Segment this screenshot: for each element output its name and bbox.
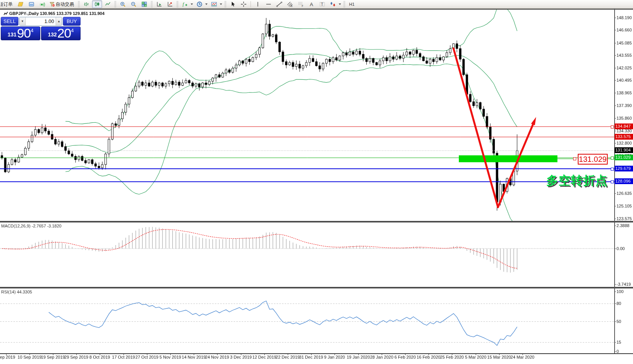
date-axis-label: 24 Mar 2020 [511,355,534,359]
price-tick [614,43,616,43]
indicator-axis-label: 100 [617,289,623,294]
buy-price-small: 132 [48,30,57,40]
date-axis-label: 5 Mar 2020 [465,355,486,359]
date-axis-label: 12 Dec 2019 [252,355,276,359]
price-tag-133.575: 133.575 [615,134,633,140]
date-axis-label: 6 Feb 2020 [394,355,416,359]
date-axis-label: 24 Nov 2019 [205,355,229,359]
time-axis-line [0,353,633,354]
indicator-tick [614,342,616,343]
date-axis-label: 5 Nov 2019 [160,355,181,359]
date-axis-label: 9 Jan 2020 [324,355,345,359]
price-tick [614,68,616,68]
indicator-axis-label: 0.00 [617,246,625,251]
sell-price-sup: 4 [31,28,33,33]
turning-point-text[interactable]: 多空转折点 [546,173,608,189]
sell-button[interactable]: SELL [1,17,18,26]
buy-button[interactable]: BUY [63,17,81,26]
volume-increase-button[interactable]: ▲ [56,17,62,25]
price-tick [614,193,616,194]
volume-decrease-button[interactable]: ▼ [20,17,26,25]
line-handle[interactable] [611,168,614,171]
indicator-axis-label: 80 [617,301,621,306]
price-tick [614,30,616,30]
price-axis-label: 123.575 [617,216,632,221]
date-axis-label: 31 Dec 2019 [299,355,323,359]
buy-price-panel[interactable]: 132 20 4 [41,26,81,40]
indicator-tick [614,226,616,226]
price-tag-129.679: 129.679 [615,166,633,171]
buy-price-big: 20 [57,26,71,40]
sell-price-small: 131 [8,30,16,40]
indicator-axis-label: 2.3888 [617,223,630,228]
price-tick [614,118,616,119]
main-macd-divider[interactable] [0,221,633,222]
chart-icon [4,12,8,15]
line-handle[interactable] [611,156,614,160]
indicator-tick [614,249,616,249]
date-axis-label: 19 Sep 2019 [41,355,65,359]
date-axis-label: Sep 2019 [0,355,15,359]
date-axis-label: 17 Oct 2019 [112,355,135,359]
line-handle[interactable] [611,180,614,183]
price-axis-label: 126.635 [617,191,632,196]
date-axis-label: 27 Oct 2019 [135,355,158,359]
indicator-tick [614,321,616,322]
indicator-tick [614,351,616,352]
date-axis-label: 3 Dec 2019 [230,355,252,359]
price-tick [614,80,616,81]
indicator-tick [614,303,616,304]
price-tick [614,143,616,143]
support-price-box[interactable]: 131.029 [578,154,608,165]
price-axis-label: 145.085 [617,41,632,45]
date-axis-label: 14 Nov 2019 [182,355,206,359]
rsi-label: RSI(14) 44.3305 [1,290,32,294]
price-axis-label: 148.190 [617,15,632,20]
date-axis-label: 28 Jan 2020 [370,355,394,359]
date-axis-label: 8 Oct 2019 [89,355,110,359]
one-click-trading-widget: SELL ▼ ▲ BUY 131 90 4 132 20 4 [1,17,81,40]
price-axis-label: 132.800 [617,141,632,145]
price-axis-label: 125.105 [617,204,632,208]
macd-rsi-divider[interactable] [0,287,633,288]
date-axis-label: 29 Sep 2019 [64,355,88,359]
indicator-axis-label: -3.7419 [617,282,631,287]
chart-canvas[interactable] [0,0,633,364]
price-axis-label: 146.660 [617,28,632,32]
price-tag-128.096: 128.096 [615,178,633,184]
price-axis-label: 138.965 [617,91,632,95]
date-axis-label: 22 Dec 2019 [276,355,300,359]
mt4-window: 新订单 自动交易 [0,0,633,364]
price-axis-label: 135.860 [617,116,632,120]
price-tick [614,105,616,106]
date-axis-label: 10 Sep 2019 [18,355,41,359]
volume-input[interactable] [26,17,56,25]
chart-title: GBPJPY-,Daily 130.965 133.379 129.851 13… [4,11,104,16]
date-axis-label: 16 Feb 2020 [417,355,440,359]
price-axis-label: 137.390 [617,103,632,108]
indicator-axis-label: 50 [617,319,621,324]
buy-price-sup: 4 [71,28,74,33]
line-handle[interactable] [611,125,614,128]
price-tick [614,93,616,93]
indicator-axis-label: 0 [617,349,619,354]
price-tag-134.847: 134.847 [615,124,633,129]
price-tick [614,219,616,219]
price-axis-label: 143.555 [617,53,632,58]
price-axis-label: 142.025 [617,66,632,70]
indicator-tick [614,292,616,292]
date-axis-label: 15 Mar 2020 [487,355,511,359]
volume-control: ▼ ▲ [19,17,62,26]
date-axis-label: 19 Jan 2020 [347,355,370,359]
sell-price-big: 90 [17,26,31,40]
sell-price-panel[interactable]: 131 90 4 [1,26,40,40]
price-tick [614,55,616,56]
chart-title-text: GBPJPY-,Daily 130.965 133.379 129.851 13… [9,11,104,16]
price-tag-131.904: 131.904 [615,147,633,153]
price-tick [614,206,616,206]
price-tag-131.029: 131.029 [615,155,633,160]
price-tick [614,18,616,18]
indicator-axis-label: 15 [617,340,621,344]
date-axis-label: 25 Feb 2020 [440,355,464,359]
macd-label: MACD(12,26,9) -2.7657 -3.1820 [1,224,61,228]
